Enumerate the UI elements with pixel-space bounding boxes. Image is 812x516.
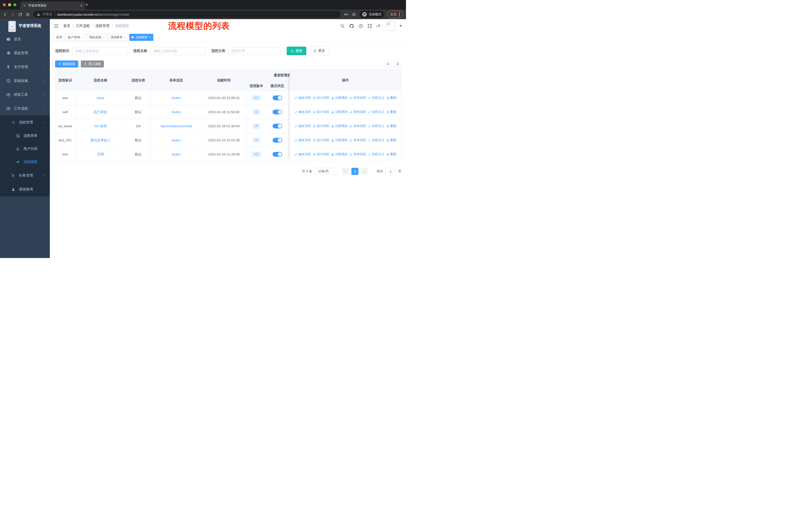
sidebar-item-user-group[interactable]: 用户分组 [0,142,50,156]
import-process-button[interactable]: 导入流程 [81,60,104,67]
process-definition-action[interactable]: 流程定义 [368,152,384,157]
active-toggle[interactable] [272,138,282,143]
assign-rule-action[interactable]: 分配规则 [331,124,348,128]
tab-close-icon[interactable] [80,4,83,7]
breadcrumb-item[interactable]: 工作流程 [76,24,90,28]
reset-button[interactable]: 重置 [309,47,329,55]
tag-my-process[interactable]: 我的流程 × [87,34,107,41]
delete-process-action[interactable]: 删除 [386,124,397,128]
search-button[interactable]: 搜索 [287,47,306,55]
tag-close-icon[interactable]: × [149,36,151,39]
browser-update-button[interactable]: 更新 [387,10,403,18]
delete-process-action[interactable]: 删除 [386,110,397,114]
tag-close-icon[interactable]: × [124,36,126,39]
form-info-link[interactable]: /bpm/oa/leave/create [160,124,192,128]
assign-rule-action[interactable]: 分配规则 [331,110,348,114]
process-name-input[interactable] [150,47,206,55]
refresh-table-icon[interactable] [394,60,402,67]
sidebar-item-payment[interactable]: ¥ 支付管理 [0,60,50,74]
font-size-icon[interactable]: TT [376,24,382,28]
design-process-action[interactable]: 设计流程 [313,96,329,100]
design-process-action[interactable]: 设计流程 [313,152,329,157]
modify-process-action[interactable]: 修改流程 [294,152,311,157]
search-icon[interactable] [340,24,345,28]
publish-process-action[interactable]: 发布流程 [350,152,366,157]
form-info-link[interactable]: biubiu [172,138,181,142]
key-icon[interactable] [344,12,348,17]
goto-page-input[interactable] [386,168,396,175]
modify-process-action[interactable]: 修改流程 [294,124,311,128]
close-window-button[interactable] [3,3,6,6]
back-button[interactable] [3,12,7,17]
next-page-button[interactable] [361,168,368,175]
breadcrumb-item[interactable]: 首页 [63,24,70,28]
process-definition-action[interactable]: 流程定义 [368,124,384,128]
tag-process-model[interactable]: 流程模型 × [129,34,153,41]
prev-page-button[interactable] [342,168,349,175]
version-badge[interactable]: v21 [252,152,261,157]
app-logo[interactable]: 芋道管理系统 [0,19,50,32]
tag-home[interactable]: 首页 [54,34,64,41]
new-tab-button[interactable] [85,2,89,7]
avatar-caret-icon[interactable] [400,25,402,27]
publish-process-action[interactable]: 发布流程 [350,110,366,114]
process-definition-action[interactable]: 流程定义 [368,110,384,114]
page-number-button[interactable]: 1 [351,168,358,175]
process-name-link[interactable]: 测试多审批人 [90,138,111,143]
process-name-link[interactable]: 自己审批 [94,110,107,114]
design-process-action[interactable]: 设计流程 [313,124,329,128]
tag-tenant[interactable]: 租户管理 × [66,34,86,41]
delete-process-action[interactable]: 删除 [386,138,397,142]
active-toggle[interactable] [272,110,282,114]
process-name-link[interactable]: eeee [97,96,104,100]
page-size-select[interactable]: 10条/页 [315,168,338,175]
sidebar-item-leave-query[interactable]: 请假查询 [0,183,50,196]
tag-close-icon[interactable]: × [103,36,105,39]
process-category-select[interactable]: 流程分类 [228,47,281,55]
version-badge[interactable]: v17 [252,95,261,101]
fullscreen-icon[interactable] [368,24,372,28]
sidebar-item-infrastructure[interactable]: 基础设施 [0,74,50,88]
sidebar-item-devtools[interactable]: 研发工具 [0,88,50,102]
sidebar-item-process-form[interactable]: 流程表单 [0,129,50,142]
collapse-sidebar-icon[interactable] [54,24,59,28]
forward-button[interactable] [10,12,15,17]
form-info-link[interactable]: biubiu [172,153,181,156]
window-controls[interactable] [3,3,17,6]
user-avatar[interactable] [386,21,395,30]
tag-close-icon[interactable]: × [82,36,83,39]
home-button[interactable] [26,12,30,17]
active-toggle[interactable] [272,124,282,129]
create-process-button[interactable]: 新建流程 [55,60,78,67]
version-badge[interactable]: v2 [253,109,260,115]
assign-rule-action[interactable]: 分配规则 [331,96,348,100]
bookmark-star-icon[interactable] [352,12,356,17]
browser-menu-icon[interactable] [399,12,400,17]
active-toggle[interactable] [272,96,282,100]
sidebar-item-system[interactable]: 系统管理 [0,46,50,60]
form-info-link[interactable]: biubiu [172,96,181,100]
modify-process-action[interactable]: 修改流程 [294,96,311,100]
modify-process-action[interactable]: 修改流程 [294,110,311,114]
sidebar-item-task-management[interactable]: 任务管理 [0,168,50,183]
reload-button[interactable] [18,12,22,17]
process-definition-action[interactable]: 流程定义 [368,96,384,100]
github-icon[interactable] [349,23,354,28]
design-process-action[interactable]: 设计流程 [313,110,329,114]
security-warning-icon[interactable] [37,12,40,16]
browser-tab[interactable]: 芋道管理系统 [20,1,85,9]
active-toggle[interactable] [272,152,282,157]
zoom-window-button[interactable] [13,3,17,6]
sidebar-item-workflow[interactable]: 工作流程 [0,102,50,115]
form-info-link[interactable]: biubiu [172,110,181,114]
publish-process-action[interactable]: 发布流程 [350,96,366,100]
delete-process-action[interactable]: 删除 [386,96,397,100]
process-definition-action[interactable]: 流程定义 [368,138,384,142]
breadcrumb-item[interactable]: 流程管理 [95,24,110,28]
publish-process-action[interactable]: 发布流程 [350,124,366,128]
url-bar[interactable]: 不安全 dashboard.yudao.iocoder.cn/bpm/manag… [33,11,341,18]
sidebar-item-process-model[interactable]: 流程模型 [0,156,50,168]
design-process-action[interactable]: 设计流程 [313,138,329,142]
version-badge[interactable]: v4 [253,138,260,143]
assign-rule-action[interactable]: 分配规则 [331,138,348,142]
